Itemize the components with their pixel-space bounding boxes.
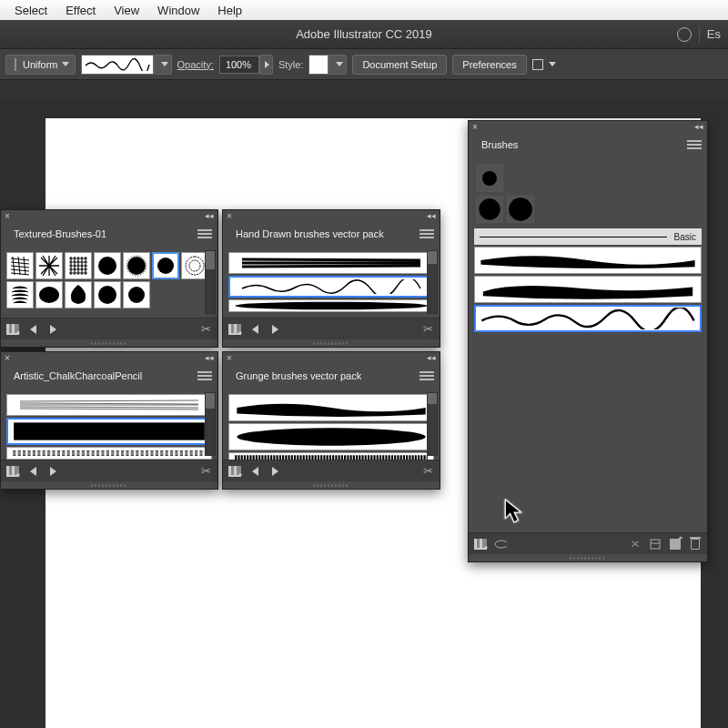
brush-thumb[interactable] bbox=[65, 281, 92, 308]
scissors-icon[interactable]: ✂ bbox=[421, 323, 434, 336]
preferences-button[interactable]: Preferences bbox=[452, 55, 526, 75]
libraries-icon[interactable] bbox=[228, 323, 241, 336]
prev-icon[interactable] bbox=[248, 465, 261, 478]
align-dropdown[interactable] bbox=[532, 59, 556, 70]
basic-brush-row[interactable]: Basic bbox=[474, 228, 702, 245]
svg-point-17 bbox=[157, 258, 174, 274]
next-icon[interactable] bbox=[46, 465, 59, 478]
chevron-down-icon bbox=[62, 62, 69, 66]
collapse-icon[interactable]: ◂◂ bbox=[427, 211, 436, 220]
scrollbar[interactable] bbox=[427, 250, 438, 314]
brush-round-solid[interactable] bbox=[476, 165, 503, 192]
brush-thumb[interactable] bbox=[123, 281, 150, 308]
stroke-type-dropdown[interactable]: Uniform bbox=[5, 55, 76, 75]
next-icon[interactable] bbox=[268, 465, 281, 478]
menu-window[interactable]: Window bbox=[148, 4, 208, 17]
close-icon[interactable]: × bbox=[472, 122, 478, 132]
brush-strip[interactable] bbox=[228, 252, 434, 274]
brush-strip[interactable] bbox=[228, 394, 434, 421]
brush-thumb[interactable] bbox=[35, 252, 63, 279]
next-icon[interactable] bbox=[46, 323, 59, 336]
brush-round-textured-1[interactable] bbox=[476, 196, 503, 223]
opacity-arrow[interactable] bbox=[259, 55, 273, 75]
next-icon[interactable] bbox=[268, 323, 281, 336]
panel-tab[interactable]: Grunge brushes vector pack bbox=[228, 367, 369, 385]
brushes-tab[interactable]: Brushes bbox=[474, 136, 525, 154]
style-dropdown-arrow[interactable] bbox=[329, 55, 347, 75]
scrollbar[interactable] bbox=[205, 392, 216, 456]
scissors-icon[interactable]: ✂ bbox=[199, 323, 212, 336]
collapse-icon[interactable]: ◂◂ bbox=[694, 122, 703, 131]
collapse-icon[interactable]: ◂◂ bbox=[205, 353, 214, 362]
stroke-options-icon[interactable] bbox=[494, 538, 507, 551]
svg-point-15 bbox=[127, 257, 146, 275]
scrollbar[interactable] bbox=[205, 250, 216, 314]
close-icon[interactable]: × bbox=[5, 211, 10, 221]
resize-grip[interactable] bbox=[1, 481, 217, 489]
brush-stroke-2[interactable] bbox=[474, 276, 702, 303]
svg-point-24 bbox=[237, 428, 425, 445]
brush-strip[interactable] bbox=[228, 423, 434, 450]
prev-icon[interactable] bbox=[26, 465, 39, 478]
brush-thumb[interactable] bbox=[94, 281, 121, 308]
brush-thumb[interactable] bbox=[6, 252, 34, 279]
libraries-icon[interactable] bbox=[6, 323, 19, 336]
scrollbar[interactable] bbox=[427, 392, 438, 456]
collapse-icon[interactable]: ◂◂ bbox=[427, 353, 436, 362]
scissors-icon[interactable]: ✂ bbox=[199, 465, 212, 478]
style-swatch[interactable] bbox=[308, 55, 329, 75]
menu-effect[interactable]: Effect bbox=[56, 4, 105, 17]
close-icon[interactable]: × bbox=[5, 353, 10, 363]
options-icon[interactable] bbox=[649, 538, 662, 551]
brush-strip[interactable] bbox=[6, 447, 212, 460]
brush-strip-selected[interactable] bbox=[228, 276, 434, 298]
prev-icon[interactable] bbox=[26, 323, 39, 336]
brush-thumb[interactable] bbox=[35, 281, 63, 308]
resize-grip[interactable] bbox=[223, 481, 440, 489]
panel-menu-icon[interactable] bbox=[197, 371, 212, 380]
menu-help[interactable]: Help bbox=[208, 4, 251, 17]
brush-strip[interactable] bbox=[228, 452, 434, 460]
panel-tab[interactable]: Hand Drawn brushes vector pack bbox=[228, 225, 391, 243]
resize-grip[interactable] bbox=[223, 339, 440, 347]
brush-preview-dropdown[interactable] bbox=[81, 55, 154, 75]
panel-menu-icon[interactable] bbox=[197, 229, 212, 238]
brush-thumb-selected[interactable] bbox=[152, 252, 179, 279]
resize-grip[interactable] bbox=[469, 554, 707, 561]
collapse-icon[interactable]: ◂◂ bbox=[205, 211, 214, 220]
close-icon[interactable]: × bbox=[227, 211, 232, 221]
remove-stroke-icon[interactable]: ✕ bbox=[628, 538, 643, 551]
libraries-icon[interactable] bbox=[228, 465, 241, 478]
panel-tab[interactable]: Textured-Brushes-01 bbox=[6, 225, 114, 243]
panel-menu-icon[interactable] bbox=[687, 140, 702, 149]
close-icon[interactable]: × bbox=[227, 353, 232, 363]
panel-tab[interactable]: Artistic_ChalkCharcoalPencil bbox=[6, 367, 149, 385]
brush-strip[interactable] bbox=[228, 299, 434, 312]
brush-strip[interactable] bbox=[6, 394, 212, 416]
workspace: × ◂◂ Brushes Basic bbox=[0, 100, 728, 728]
brush-stroke-selected[interactable] bbox=[474, 305, 702, 332]
brush-thumb[interactable] bbox=[65, 252, 92, 279]
menu-view[interactable]: View bbox=[105, 4, 148, 17]
resize-grip[interactable] bbox=[1, 339, 217, 347]
tips-icon[interactable] bbox=[677, 27, 692, 42]
document-setup-button[interactable]: Document Setup bbox=[352, 55, 447, 75]
new-brush-icon[interactable] bbox=[669, 538, 682, 551]
brush-thumb[interactable] bbox=[6, 281, 34, 308]
prev-icon[interactable] bbox=[248, 323, 261, 336]
panel-menu-icon[interactable] bbox=[420, 229, 434, 238]
brush-stroke-1[interactable] bbox=[474, 247, 702, 274]
svg-rect-4 bbox=[651, 540, 660, 549]
brush-round-textured-2[interactable] bbox=[507, 196, 534, 223]
opacity-input[interactable]: 100% bbox=[219, 56, 259, 74]
libraries-icon[interactable] bbox=[6, 465, 19, 478]
brush-dropdown-arrow[interactable] bbox=[154, 55, 172, 75]
brush-thumb[interactable] bbox=[94, 252, 121, 279]
scissors-icon[interactable]: ✂ bbox=[421, 465, 434, 478]
delete-brush-icon[interactable] bbox=[689, 538, 702, 551]
panel-menu-icon[interactable] bbox=[420, 371, 434, 380]
libraries-icon[interactable] bbox=[474, 538, 487, 551]
brush-strip-selected[interactable] bbox=[6, 418, 212, 445]
menu-select[interactable]: Select bbox=[5, 4, 56, 17]
brush-thumb[interactable] bbox=[123, 252, 150, 279]
